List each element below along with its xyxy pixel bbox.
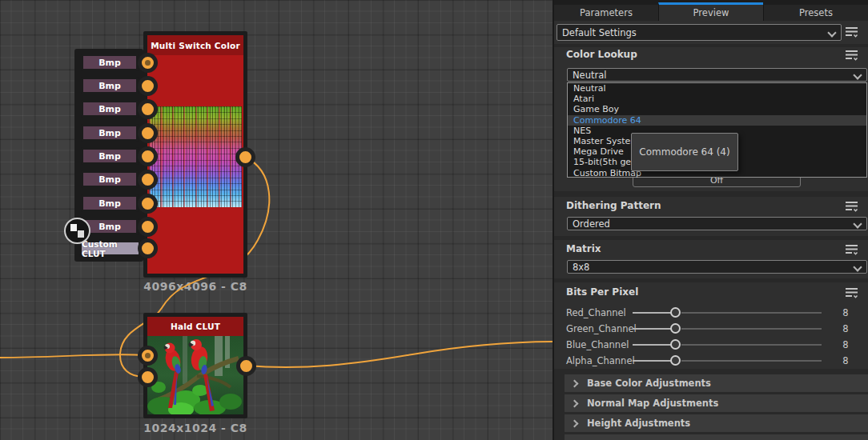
matrix-select[interactable]: 8x8	[567, 260, 867, 274]
clut-thumbnail	[149, 106, 242, 207]
input-port[interactable]	[138, 146, 158, 166]
preset-menu-icon[interactable]	[845, 26, 859, 38]
input-slot-bmp[interactable]: Bmp	[81, 100, 139, 118]
chevron-down-icon	[853, 219, 862, 228]
group-menu-icon[interactable]	[845, 201, 859, 213]
node-title: Multi Switch Color	[147, 35, 243, 55]
slider-track[interactable]	[633, 360, 671, 362]
slider-red-channel: Red_Channel 8	[554, 306, 868, 320]
input-slot-bmp[interactable]: Bmp	[81, 54, 139, 71]
slider-value: 8	[836, 339, 855, 350]
group-title-bits-per-pixel: Bits Per Pixel	[566, 286, 638, 298]
panel-tab-bar: Parameters Preview Presets	[554, 0, 868, 21]
slider-track[interactable]	[633, 328, 671, 330]
slider-track[interactable]	[633, 344, 671, 346]
tab-parameters[interactable]: Parameters	[554, 5, 658, 21]
slider-track[interactable]	[633, 312, 671, 314]
dithering-select[interactable]: Ordered	[567, 217, 867, 230]
group-title-color-lookup: Color Lookup	[566, 49, 637, 60]
slider-label: Blue_Channel	[566, 339, 629, 350]
group-menu-icon[interactable]	[845, 287, 859, 299]
dropdown-option[interactable]: Commodore 64	[568, 115, 866, 126]
dropdown-option[interactable]: Atari	[568, 94, 866, 104]
input-port[interactable]	[138, 123, 158, 143]
input-slot-bmp[interactable]: Bmp	[81, 124, 139, 142]
section-label: Normal Map Adjustments	[587, 398, 718, 409]
slider-green-channel: Green_Channel 8	[554, 322, 868, 336]
group-menu-icon[interactable]	[845, 50, 859, 62]
divider	[554, 44, 868, 47]
node-graph-canvas[interactable]: 4096x4096 - C8 1024x1024 - C8 Multi Swit…	[0, 0, 553, 440]
checkerboard-icon	[70, 224, 84, 238]
input-slot-bmp[interactable]: Bmp	[81, 194, 139, 212]
slider-handle[interactable]	[670, 339, 681, 350]
group-title-matrix: Matrix	[566, 243, 601, 254]
slider-blue-channel: Blue_Channel 8	[554, 338, 868, 352]
input-port[interactable]	[138, 170, 158, 190]
chevron-right-icon	[571, 419, 579, 427]
slider-handle[interactable]	[670, 355, 681, 366]
slider-handle[interactable]	[670, 323, 681, 334]
input-port[interactable]	[138, 217, 158, 237]
section-base-color-adjustments[interactable]: Base Color Adjustments	[565, 374, 868, 392]
dropdown-option[interactable]: Game Boy	[568, 104, 866, 114]
color-lookup-value: Neutral	[573, 70, 606, 81]
slider-track[interactable]	[681, 344, 822, 346]
app-window: 4096x4096 - C8 1024x1024 - C8 Multi Swit…	[0, 0, 868, 440]
slider-label: Alpha_Channel	[566, 355, 635, 366]
wire[interactable]	[0, 354, 145, 358]
chevron-down-icon	[827, 28, 836, 37]
group-title-dithering: Dithering Pattern	[566, 200, 661, 211]
input-port[interactable]	[138, 53, 158, 73]
input-slot-bmp[interactable]: Bmp	[81, 77, 139, 94]
input-slot-bmp[interactable]: Bmp	[81, 170, 139, 188]
section-label: Height Adjustments	[587, 418, 690, 429]
section-label: Base Color Adjustments	[587, 378, 711, 389]
slider-track[interactable]	[681, 312, 822, 314]
wire[interactable]	[246, 342, 553, 367]
input-port[interactable]	[138, 238, 158, 258]
divider	[554, 191, 868, 197]
slider-handle[interactable]	[670, 307, 681, 318]
slider-label: Green_Channel	[566, 323, 637, 334]
node-multi-switch-color[interactable]: Multi Switch Color	[143, 31, 247, 278]
slider-value: 8	[836, 307, 855, 318]
preset-select-value: Default Settings	[562, 27, 637, 38]
input-port[interactable]	[138, 346, 158, 366]
parrot-thumbnail	[147, 336, 243, 414]
input-slot-custom-clut[interactable]: Custom CLUT	[79, 240, 141, 257]
output-port[interactable]	[235, 147, 255, 167]
input-port[interactable]	[138, 194, 158, 214]
node-title: Hald CLUT	[147, 317, 243, 336]
slider-label: Red_Channel	[566, 307, 626, 318]
input-port[interactable]	[138, 76, 158, 96]
divider	[554, 278, 868, 282]
divider	[554, 236, 868, 240]
slider-alpha-channel: Alpha_Channel 8	[554, 354, 868, 368]
preset-select[interactable]: Default Settings	[557, 24, 842, 41]
dithering-value: Ordered	[573, 218, 610, 230]
slider-value: 8	[836, 323, 855, 334]
group-menu-icon[interactable]	[845, 244, 859, 256]
color-lookup-select[interactable]: Neutral	[567, 68, 867, 82]
node-hald-clut[interactable]: Hald CLUT	[143, 313, 247, 418]
matrix-value: 8x8	[573, 262, 589, 273]
section-height-adjustments[interactable]: Height Adjustments	[565, 414, 868, 432]
input-port[interactable]	[138, 367, 158, 387]
tab-preview[interactable]: Preview	[658, 2, 763, 21]
collapsed-groups: Base Color Adjustments Normal Map Adjust…	[554, 369, 868, 440]
tab-presets[interactable]: Presets	[763, 5, 868, 21]
bitmap-pattern-icon	[64, 218, 90, 244]
section-partial[interactable]	[565, 434, 868, 440]
output-port[interactable]	[236, 356, 256, 376]
input-port[interactable]	[138, 99, 158, 119]
chevron-right-icon	[571, 379, 579, 387]
chevron-down-icon	[853, 262, 862, 271]
section-normal-map-adjustments[interactable]: Normal Map Adjustments	[565, 394, 868, 412]
chevron-down-icon	[853, 70, 862, 79]
dropdown-option[interactable]: Neutral	[568, 83, 866, 94]
chevron-right-icon	[571, 399, 579, 407]
input-slot-bmp[interactable]: Bmp	[81, 147, 139, 165]
slider-track[interactable]	[681, 360, 822, 362]
slider-track[interactable]	[681, 328, 822, 330]
